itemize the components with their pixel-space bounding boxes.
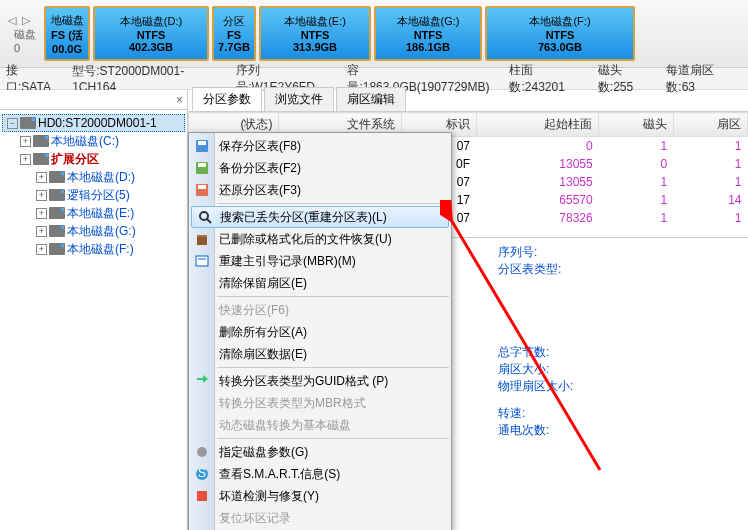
svg-rect-15 — [197, 491, 207, 501]
svg-rect-9 — [197, 235, 207, 237]
menu-item[interactable]: 重建主引导记录(MBR)(M) — [189, 250, 451, 272]
params-icon — [193, 443, 211, 461]
restore-icon — [193, 181, 211, 199]
tree-item[interactable]: +本地磁盘(E:) — [2, 204, 185, 222]
menu-item[interactable]: 转换分区表类型为GUID格式 (P) — [189, 370, 451, 392]
tree-item[interactable]: +本地磁盘(C:) — [2, 132, 185, 150]
disk-partition-box[interactable]: 本地磁盘(G:)NTFS186.1GB — [374, 6, 482, 61]
svg-rect-10 — [196, 256, 208, 266]
undelete-icon — [193, 230, 211, 248]
menu-item: 快速分区(F6) — [189, 299, 451, 321]
menu-item[interactable]: 清除保留扇区(E) — [189, 272, 451, 294]
tree-item[interactable]: +本地磁盘(G:) — [2, 222, 185, 240]
drive-icon — [49, 189, 65, 201]
menu-label: 指定磁盘参数(G) — [219, 444, 308, 461]
col-header[interactable]: 磁头 — [599, 113, 673, 137]
menu-label: 重建主引导记录(MBR)(M) — [219, 253, 356, 270]
menu-label: 还原分区表(F3) — [219, 182, 301, 199]
disk-bar: ◁▷ 磁盘 0 地磁盘FS (活00.0G本地磁盘(D:)NTFS402.3GB… — [0, 0, 748, 68]
mbr-icon — [193, 252, 211, 270]
backup-icon — [193, 159, 211, 177]
menu-label: 复位坏区记录 — [219, 510, 291, 527]
nav-arrows[interactable]: ◁▷ 磁盘 0 — [2, 2, 42, 65]
menu-label: 清除保留扇区(E) — [219, 275, 307, 292]
menu-label: 坏道检测与修复(Y) — [219, 488, 319, 505]
drive-icon — [33, 135, 49, 147]
menu-item[interactable]: S查看S.M.A.R.T.信息(S) — [189, 463, 451, 485]
menu-item[interactable]: 已删除或格式化后的文件恢复(U) — [189, 228, 451, 250]
close-icon[interactable]: × — [176, 93, 183, 107]
tree-item[interactable]: +逻辑分区(5) — [2, 186, 185, 204]
svg-line-7 — [207, 219, 211, 223]
menu-item[interactable]: 坏道检测与修复(Y) — [189, 485, 451, 507]
disk-partition-box[interactable]: 本地磁盘(D:)NTFS402.3GB — [93, 6, 209, 61]
col-header[interactable]: 起始柱面 — [476, 113, 599, 137]
menu-label: 备份分区表(F2) — [219, 160, 301, 177]
tab-2[interactable]: 扇区编辑 — [336, 87, 406, 111]
svg-rect-8 — [197, 237, 207, 245]
menu-label: 保存分区表(F8) — [219, 138, 301, 155]
menu-label: 删除所有分区(A) — [219, 324, 307, 341]
drive-icon — [49, 225, 65, 237]
tab-1[interactable]: 浏览文件 — [264, 87, 334, 111]
tree-item[interactable]: +本地磁盘(D:) — [2, 168, 185, 186]
menu-label: 快速分区(F6) — [219, 302, 289, 319]
tab-0[interactable]: 分区参数 — [192, 87, 262, 111]
save-icon — [193, 137, 211, 155]
menu-label: 转换分区表类型为GUID格式 (P) — [219, 373, 388, 390]
drive-icon — [33, 153, 49, 165]
svg-rect-5 — [198, 185, 206, 189]
convert-icon — [193, 372, 211, 390]
bad-icon — [193, 487, 211, 505]
tree-item[interactable]: +本地磁盘(F:) — [2, 240, 185, 258]
svg-point-6 — [200, 212, 208, 220]
disk-partition-box[interactable]: 分区FS7.7GB — [212, 6, 256, 61]
hdd-icon — [20, 117, 36, 129]
disk-partition-box[interactable]: 本地磁盘(F:)NTFS763.0GB — [485, 6, 635, 61]
menu-item[interactable]: 清除扇区数据(E) — [189, 343, 451, 365]
svg-text:S: S — [198, 466, 206, 480]
disk-partition-box[interactable]: 地磁盘FS (活00.0G — [44, 6, 90, 61]
tabs: 分区参数浏览文件扇区编辑 — [188, 90, 748, 112]
menu-item: 转换分区表类型为MBR格式 — [189, 392, 451, 414]
context-menu: 保存分区表(F8)备份分区表(F2)还原分区表(F3)搜索已丢失分区(重建分区表… — [188, 132, 452, 530]
search-icon — [196, 208, 214, 226]
menu-item[interactable]: 删除所有分区(A) — [189, 321, 451, 343]
drive-icon — [49, 207, 65, 219]
svg-point-12 — [197, 447, 207, 457]
disk-index-label: 磁盘 0 — [8, 27, 42, 54]
menu-item[interactable]: 保存分区表(F8) — [189, 135, 451, 157]
tree-panel: × −HD0:ST2000DM001-1+本地磁盘(C:)+扩展分区+本地磁盘(… — [0, 90, 188, 530]
menu-label: 已删除或格式化后的文件恢复(U) — [219, 231, 392, 248]
svg-rect-3 — [198, 163, 206, 167]
menu-item[interactable]: 还原分区表(F3) — [189, 179, 451, 201]
menu-label: 搜索已丢失分区(重建分区表)(L) — [220, 209, 387, 226]
menu-item[interactable]: 备份分区表(F2) — [189, 157, 451, 179]
menu-item: 动态磁盘转换为基本磁盘 — [189, 414, 451, 436]
menu-label: 清除扇区数据(E) — [219, 346, 307, 363]
disk-partition-box[interactable]: 本地磁盘(E:)NTFS313.9GB — [259, 6, 371, 61]
smart-icon: S — [193, 465, 211, 483]
tree-item[interactable]: +扩展分区 — [2, 150, 185, 168]
menu-label: 动态磁盘转换为基本磁盘 — [219, 417, 351, 434]
drive-icon — [49, 171, 65, 183]
svg-rect-1 — [198, 141, 206, 145]
tree-root[interactable]: −HD0:ST2000DM001-1 — [2, 114, 185, 132]
drive-icon — [49, 243, 65, 255]
menu-item[interactable]: 搜索已丢失分区(重建分区表)(L) — [191, 206, 449, 228]
menu-label: 转换分区表类型为MBR格式 — [219, 395, 366, 412]
menu-label: 查看S.M.A.R.T.信息(S) — [219, 466, 340, 483]
menu-item[interactable]: 指定磁盘参数(G) — [189, 441, 451, 463]
menu-item: 复位坏区记录 — [189, 507, 451, 529]
col-header[interactable]: 扇区 — [673, 113, 747, 137]
